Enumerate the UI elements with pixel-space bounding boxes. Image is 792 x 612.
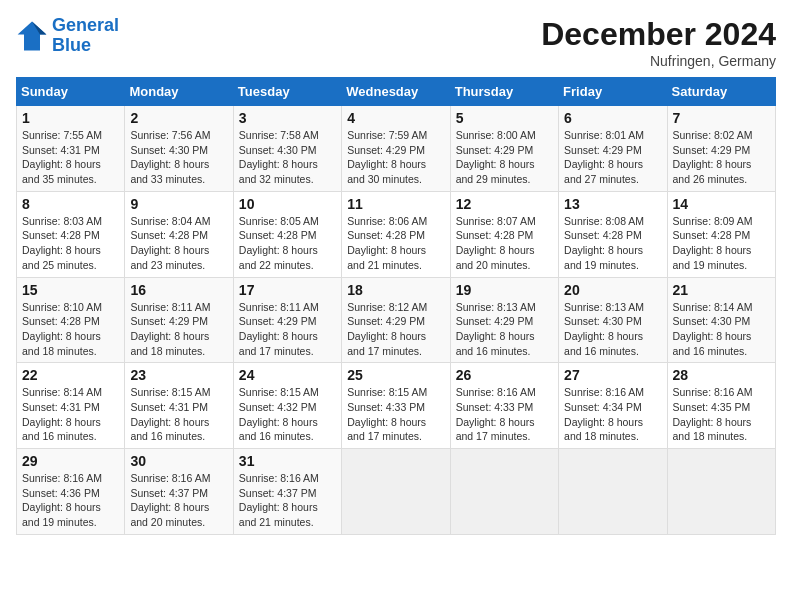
day-number: 26 xyxy=(456,367,553,383)
day-number: 16 xyxy=(130,282,227,298)
day-number: 4 xyxy=(347,110,444,126)
calendar-row: 8 Sunrise: 8:03 AMSunset: 4:28 PMDayligh… xyxy=(17,191,776,277)
calendar-cell: 13 Sunrise: 8:08 AMSunset: 4:28 PMDaylig… xyxy=(559,191,667,277)
day-number: 24 xyxy=(239,367,336,383)
col-tuesday: Tuesday xyxy=(233,78,341,106)
calendar-cell: 15 Sunrise: 8:10 AMSunset: 4:28 PMDaylig… xyxy=(17,277,125,363)
day-info: Sunrise: 8:15 AMSunset: 4:32 PMDaylight:… xyxy=(239,385,336,444)
day-number: 25 xyxy=(347,367,444,383)
day-info: Sunrise: 8:04 AMSunset: 4:28 PMDaylight:… xyxy=(130,214,227,273)
day-info: Sunrise: 8:13 AMSunset: 4:30 PMDaylight:… xyxy=(564,300,661,359)
logo-text: GeneralBlue xyxy=(52,16,119,56)
day-number: 28 xyxy=(673,367,770,383)
calendar-cell: 11 Sunrise: 8:06 AMSunset: 4:28 PMDaylig… xyxy=(342,191,450,277)
day-info: Sunrise: 8:03 AMSunset: 4:28 PMDaylight:… xyxy=(22,214,119,273)
day-number: 23 xyxy=(130,367,227,383)
day-info: Sunrise: 8:06 AMSunset: 4:28 PMDaylight:… xyxy=(347,214,444,273)
day-info: Sunrise: 8:14 AMSunset: 4:31 PMDaylight:… xyxy=(22,385,119,444)
day-number: 18 xyxy=(347,282,444,298)
calendar-cell: 26 Sunrise: 8:16 AMSunset: 4:33 PMDaylig… xyxy=(450,363,558,449)
calendar-cell: 4 Sunrise: 7:59 AMSunset: 4:29 PMDayligh… xyxy=(342,106,450,192)
col-monday: Monday xyxy=(125,78,233,106)
day-info: Sunrise: 8:05 AMSunset: 4:28 PMDaylight:… xyxy=(239,214,336,273)
calendar-cell xyxy=(342,449,450,535)
day-number: 9 xyxy=(130,196,227,212)
calendar-cell: 7 Sunrise: 8:02 AMSunset: 4:29 PMDayligh… xyxy=(667,106,775,192)
day-number: 8 xyxy=(22,196,119,212)
calendar-cell: 22 Sunrise: 8:14 AMSunset: 4:31 PMDaylig… xyxy=(17,363,125,449)
col-sunday: Sunday xyxy=(17,78,125,106)
calendar-cell: 1 Sunrise: 7:55 AMSunset: 4:31 PMDayligh… xyxy=(17,106,125,192)
page-header: GeneralBlue December 2024 Nufringen, Ger… xyxy=(16,16,776,69)
calendar-cell: 8 Sunrise: 8:03 AMSunset: 4:28 PMDayligh… xyxy=(17,191,125,277)
calendar-cell xyxy=(667,449,775,535)
day-info: Sunrise: 8:16 AMSunset: 4:37 PMDaylight:… xyxy=(239,471,336,530)
calendar-cell: 6 Sunrise: 8:01 AMSunset: 4:29 PMDayligh… xyxy=(559,106,667,192)
calendar-cell: 31 Sunrise: 8:16 AMSunset: 4:37 PMDaylig… xyxy=(233,449,341,535)
calendar-cell: 24 Sunrise: 8:15 AMSunset: 4:32 PMDaylig… xyxy=(233,363,341,449)
calendar-cell: 3 Sunrise: 7:58 AMSunset: 4:30 PMDayligh… xyxy=(233,106,341,192)
calendar-cell: 29 Sunrise: 8:16 AMSunset: 4:36 PMDaylig… xyxy=(17,449,125,535)
day-number: 17 xyxy=(239,282,336,298)
day-info: Sunrise: 8:00 AMSunset: 4:29 PMDaylight:… xyxy=(456,128,553,187)
col-wednesday: Wednesday xyxy=(342,78,450,106)
calendar-row: 1 Sunrise: 7:55 AMSunset: 4:31 PMDayligh… xyxy=(17,106,776,192)
logo-icon xyxy=(16,20,48,52)
calendar-cell: 25 Sunrise: 8:15 AMSunset: 4:33 PMDaylig… xyxy=(342,363,450,449)
calendar-cell: 23 Sunrise: 8:15 AMSunset: 4:31 PMDaylig… xyxy=(125,363,233,449)
day-number: 1 xyxy=(22,110,119,126)
col-saturday: Saturday xyxy=(667,78,775,106)
day-number: 20 xyxy=(564,282,661,298)
calendar-cell: 21 Sunrise: 8:14 AMSunset: 4:30 PMDaylig… xyxy=(667,277,775,363)
day-number: 22 xyxy=(22,367,119,383)
day-info: Sunrise: 8:16 AMSunset: 4:35 PMDaylight:… xyxy=(673,385,770,444)
calendar-cell: 14 Sunrise: 8:09 AMSunset: 4:28 PMDaylig… xyxy=(667,191,775,277)
day-number: 29 xyxy=(22,453,119,469)
calendar-cell: 30 Sunrise: 8:16 AMSunset: 4:37 PMDaylig… xyxy=(125,449,233,535)
day-info: Sunrise: 7:56 AMSunset: 4:30 PMDaylight:… xyxy=(130,128,227,187)
col-friday: Friday xyxy=(559,78,667,106)
calendar-cell: 9 Sunrise: 8:04 AMSunset: 4:28 PMDayligh… xyxy=(125,191,233,277)
day-info: Sunrise: 8:13 AMSunset: 4:29 PMDaylight:… xyxy=(456,300,553,359)
day-info: Sunrise: 8:16 AMSunset: 4:33 PMDaylight:… xyxy=(456,385,553,444)
day-number: 12 xyxy=(456,196,553,212)
calendar-cell xyxy=(559,449,667,535)
calendar-row: 15 Sunrise: 8:10 AMSunset: 4:28 PMDaylig… xyxy=(17,277,776,363)
day-number: 13 xyxy=(564,196,661,212)
day-number: 7 xyxy=(673,110,770,126)
day-info: Sunrise: 8:08 AMSunset: 4:28 PMDaylight:… xyxy=(564,214,661,273)
svg-marker-0 xyxy=(18,21,47,50)
day-number: 5 xyxy=(456,110,553,126)
day-info: Sunrise: 8:02 AMSunset: 4:29 PMDaylight:… xyxy=(673,128,770,187)
day-info: Sunrise: 8:07 AMSunset: 4:28 PMDaylight:… xyxy=(456,214,553,273)
day-info: Sunrise: 8:16 AMSunset: 4:36 PMDaylight:… xyxy=(22,471,119,530)
day-number: 10 xyxy=(239,196,336,212)
day-info: Sunrise: 7:55 AMSunset: 4:31 PMDaylight:… xyxy=(22,128,119,187)
day-info: Sunrise: 8:16 AMSunset: 4:34 PMDaylight:… xyxy=(564,385,661,444)
calendar-table: Sunday Monday Tuesday Wednesday Thursday… xyxy=(16,77,776,535)
calendar-cell xyxy=(450,449,558,535)
calendar-row: 29 Sunrise: 8:16 AMSunset: 4:36 PMDaylig… xyxy=(17,449,776,535)
day-info: Sunrise: 8:01 AMSunset: 4:29 PMDaylight:… xyxy=(564,128,661,187)
calendar-cell: 17 Sunrise: 8:11 AMSunset: 4:29 PMDaylig… xyxy=(233,277,341,363)
month-title: December 2024 xyxy=(541,16,776,53)
day-number: 14 xyxy=(673,196,770,212)
day-info: Sunrise: 7:59 AMSunset: 4:29 PMDaylight:… xyxy=(347,128,444,187)
day-number: 3 xyxy=(239,110,336,126)
col-thursday: Thursday xyxy=(450,78,558,106)
calendar-cell: 28 Sunrise: 8:16 AMSunset: 4:35 PMDaylig… xyxy=(667,363,775,449)
day-number: 27 xyxy=(564,367,661,383)
day-number: 11 xyxy=(347,196,444,212)
day-info: Sunrise: 8:09 AMSunset: 4:28 PMDaylight:… xyxy=(673,214,770,273)
day-info: Sunrise: 8:16 AMSunset: 4:37 PMDaylight:… xyxy=(130,471,227,530)
calendar-body: 1 Sunrise: 7:55 AMSunset: 4:31 PMDayligh… xyxy=(17,106,776,535)
calendar-cell: 18 Sunrise: 8:12 AMSunset: 4:29 PMDaylig… xyxy=(342,277,450,363)
day-number: 15 xyxy=(22,282,119,298)
location: Nufringen, Germany xyxy=(541,53,776,69)
calendar-cell: 10 Sunrise: 8:05 AMSunset: 4:28 PMDaylig… xyxy=(233,191,341,277)
day-info: Sunrise: 8:10 AMSunset: 4:28 PMDaylight:… xyxy=(22,300,119,359)
calendar-cell: 12 Sunrise: 8:07 AMSunset: 4:28 PMDaylig… xyxy=(450,191,558,277)
calendar-cell: 20 Sunrise: 8:13 AMSunset: 4:30 PMDaylig… xyxy=(559,277,667,363)
calendar-cell: 16 Sunrise: 8:11 AMSunset: 4:29 PMDaylig… xyxy=(125,277,233,363)
calendar-row: 22 Sunrise: 8:14 AMSunset: 4:31 PMDaylig… xyxy=(17,363,776,449)
